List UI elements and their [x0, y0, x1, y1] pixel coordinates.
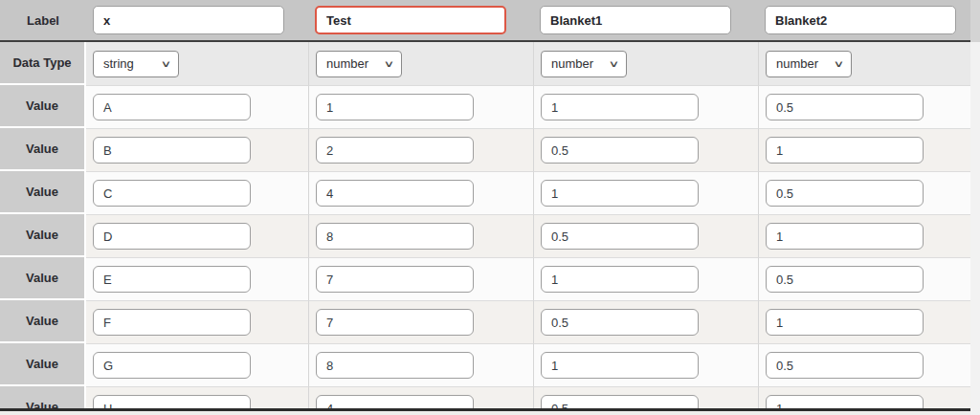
label-row: Label: [0, 0, 970, 40]
label-cell: [533, 0, 758, 40]
row-header-value: Value: [0, 214, 86, 257]
value-cell: [308, 85, 533, 128]
value-input[interactable]: [316, 266, 474, 293]
value-row: Value: [0, 343, 970, 386]
value-cell: [533, 257, 758, 300]
value-cell: [758, 300, 970, 343]
data-type-row: Data Typestring∨number∨number∨number∨: [0, 42, 970, 85]
data-type-cell: number∨: [758, 42, 970, 85]
data-type-cell: string∨: [86, 42, 308, 85]
row-header-value: Value: [0, 171, 86, 214]
value-cell: [86, 85, 308, 128]
value-input[interactable]: [766, 266, 924, 293]
value-input[interactable]: [93, 94, 251, 120]
value-cell: [86, 343, 308, 386]
value-row: Value: [0, 214, 970, 257]
row-header-value: Value: [0, 343, 86, 386]
value-cell: [308, 343, 533, 386]
row-header-value: Value: [0, 300, 86, 343]
value-input[interactable]: [316, 94, 474, 120]
below-border-strip: [0, 411, 970, 415]
value-row: Value: [0, 257, 970, 300]
value-cell: [533, 214, 758, 257]
data-type-selected-value: string: [103, 56, 134, 71]
value-input[interactable]: [93, 137, 251, 164]
value-input[interactable]: [766, 94, 924, 120]
value-cell: [758, 128, 970, 171]
scrollbar[interactable]: [970, 0, 980, 415]
row-header-value: Value: [0, 85, 86, 128]
chevron-down-icon: ∨: [384, 59, 395, 69]
value-cell: [533, 300, 758, 343]
value-input[interactable]: [316, 223, 474, 250]
value-row: Value: [0, 171, 970, 214]
value-cell: [308, 171, 533, 214]
value-cell: [86, 300, 308, 343]
row-header-data-type: Data Type: [0, 42, 86, 85]
data-type-select[interactable]: number∨: [541, 51, 627, 77]
value-cell: [308, 128, 533, 171]
value-input[interactable]: [93, 223, 251, 250]
value-cell: [533, 85, 758, 128]
scrollbar-thumb[interactable]: [970, 0, 980, 42]
data-type-selected-value: number: [776, 56, 818, 71]
value-cell: [758, 171, 970, 214]
value-input[interactable]: [541, 180, 699, 207]
value-input[interactable]: [93, 180, 251, 207]
value-input[interactable]: [541, 223, 699, 250]
value-input[interactable]: [316, 137, 474, 164]
value-input[interactable]: [93, 309, 251, 336]
value-cell: [308, 214, 533, 257]
value-input[interactable]: [541, 137, 699, 164]
value-cell: [758, 214, 970, 257]
value-input[interactable]: [541, 94, 699, 120]
chevron-down-icon: ∨: [834, 59, 845, 69]
value-input[interactable]: [93, 266, 251, 293]
data-type-select[interactable]: string∨: [93, 51, 179, 77]
value-input[interactable]: [541, 352, 699, 379]
data-type-selected-value: number: [326, 56, 368, 71]
value-cell: [308, 300, 533, 343]
value-input[interactable]: [541, 309, 699, 336]
value-cell: [86, 257, 308, 300]
data-type-select[interactable]: number∨: [766, 51, 852, 77]
column-data-editor: LabelData Typestring∨number∨number∨numbe…: [0, 0, 980, 415]
column-label-input[interactable]: [765, 6, 956, 34]
value-input[interactable]: [766, 309, 924, 336]
column-label-input[interactable]: [540, 6, 731, 34]
data-type-cell: number∨: [308, 42, 533, 85]
value-input[interactable]: [766, 352, 924, 379]
data-table: LabelData Typestring∨number∨number∨numbe…: [0, 0, 980, 415]
column-label-input[interactable]: [93, 6, 284, 34]
row-header-value: Value: [0, 128, 86, 171]
value-input[interactable]: [541, 266, 699, 293]
value-cell: [308, 257, 533, 300]
data-type-selected-value: number: [551, 56, 593, 71]
value-cell: [758, 257, 970, 300]
value-cell: [533, 343, 758, 386]
value-cell: [86, 214, 308, 257]
value-input[interactable]: [316, 309, 474, 336]
row-header-value: Value: [0, 257, 86, 300]
value-input[interactable]: [766, 180, 924, 207]
value-row: Value: [0, 85, 970, 128]
value-input[interactable]: [316, 180, 474, 207]
chevron-down-icon: ∨: [609, 59, 620, 69]
value-input[interactable]: [766, 137, 924, 164]
label-cell: [758, 0, 970, 40]
data-type-select[interactable]: number∨: [316, 51, 402, 77]
chevron-down-icon: ∨: [161, 59, 172, 69]
value-cell: [533, 128, 758, 171]
value-input[interactable]: [93, 352, 251, 379]
column-label-input[interactable]: [315, 6, 506, 34]
label-cell: [308, 0, 533, 40]
value-cell: [86, 171, 308, 214]
value-cell: [533, 171, 758, 214]
value-input[interactable]: [766, 223, 924, 250]
row-header-label: Label: [0, 0, 86, 40]
label-cell: [86, 0, 308, 40]
value-input[interactable]: [316, 352, 474, 379]
value-cell: [758, 85, 970, 128]
value-cell: [758, 343, 970, 386]
value-row: Value: [0, 300, 970, 343]
